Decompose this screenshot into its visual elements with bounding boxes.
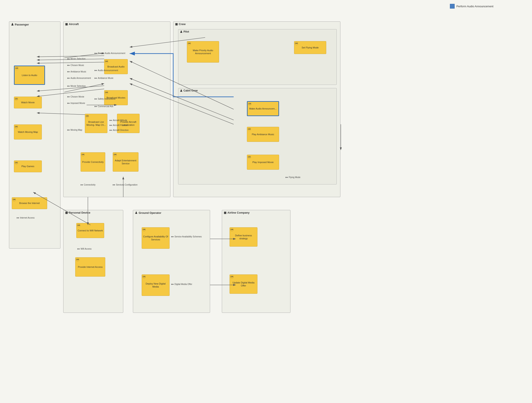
flow-ambiance-music: Ambiance Music <box>67 70 86 73</box>
ground-operator-lane: ♟ Ground Operator OR Configure Availabil… <box>133 210 210 313</box>
adapt-entertainment-box[interactable]: OR Adapt Entertainment Service <box>113 152 139 172</box>
flow-flying-mode: Flying Mode <box>285 176 300 178</box>
flow-wifi-access: Wifi Access <box>77 248 92 250</box>
connect-wifi-box[interactable]: OR Connect to Wifi Network <box>76 223 104 238</box>
flow-safety-instructions: Safety Instructions <box>95 98 115 100</box>
configure-availability-box[interactable]: OR Configure Availability Of Services <box>142 227 170 249</box>
or-badge: OR <box>247 155 251 159</box>
flow-music-selection: Music Selection <box>67 58 86 60</box>
personal-device-icon: ▦ <box>65 211 68 214</box>
or-badge: OR <box>15 125 18 129</box>
or-badge: OR <box>295 42 298 45</box>
flow-services-config: Services Configuration <box>113 184 138 186</box>
airline-company-title: ▦ Airline Company <box>222 210 290 215</box>
legend-label: Perform Audio Announcement <box>456 5 494 8</box>
crew-block-icon: ▦ <box>175 23 178 26</box>
make-audio-announcement-box[interactable]: OR Make Audio Announcem... <box>247 101 279 116</box>
flow-movie-selection: Movie Selection <box>67 85 86 87</box>
or-badge: OR <box>105 60 108 63</box>
play-imposed-movie-box[interactable]: OR Play Imposed Movie <box>247 155 279 170</box>
flow-aircraft-direction: Aircraft Direction <box>109 129 129 131</box>
or-badge: OR <box>142 275 146 278</box>
broadcast-live-map-box[interactable]: OR Broadcast Live Moving- Map Ch... <box>85 114 107 133</box>
deploy-digital-media-box[interactable]: OR Deploy New Digital Media <box>142 274 170 296</box>
personal-device-title: ▦ Personal Device <box>63 210 123 215</box>
aircraft-title: ▦ Aircraft <box>63 22 170 26</box>
or-badge: OR <box>15 67 19 70</box>
crew-title: ▦ Crew <box>173 22 340 26</box>
provide-internet-box[interactable]: OR Provide Internet Access <box>75 257 105 277</box>
cabin-crew-actor-icon: ♟ <box>180 89 183 92</box>
flow-service-avail: Service Availability Schemes <box>171 235 202 238</box>
legend-box <box>450 4 455 9</box>
pilot-sublane: ♟ Pilot OR Make Priority Audio Announcem… <box>178 29 337 85</box>
flow-commercial-ads: Commercial Ads <box>95 105 113 107</box>
flow-audio-announcement: Audio Announcement <box>67 77 91 79</box>
or-badge: OR <box>13 198 16 202</box>
or-badge: OR <box>15 97 18 101</box>
flow-digital-media-offer: Digital Media Offer <box>171 283 192 285</box>
cabin-crew-sublane: ♟ Cabin Crew OR Make Audio Announcem... … <box>178 88 337 184</box>
flow-aircraft-altitude: Aircraft Altitude <box>109 119 127 121</box>
browse-internet-box[interactable]: OR Browse the Internet <box>12 197 47 209</box>
crew-lane: ▦ Crew ♟ Pilot OR Make Priority Audio An… <box>173 21 340 197</box>
flow-imposed-movie: Imposed Movie <box>67 102 85 104</box>
flow-moving-map: Moving Map <box>67 129 82 131</box>
watch-moving-map-box[interactable]: OR Watch Moving Map <box>14 125 42 139</box>
or-badge: OR <box>230 228 234 231</box>
play-ambiance-music-box[interactable]: OR Play Ambiance Music <box>247 127 279 142</box>
or-badge: OR <box>247 127 251 131</box>
or-badge: OR <box>81 153 85 156</box>
or-badge: OR <box>76 258 79 261</box>
play-games-box[interactable]: OR Play Games <box>14 160 42 172</box>
set-flying-mode-box[interactable]: OR Set Flying Mode <box>294 41 326 54</box>
watch-movie-box[interactable]: OR Watch Movie <box>14 97 42 108</box>
flow-priority-audio-in: Priority Audio Announcement <box>95 52 125 54</box>
flow-chosen-movie: Chosen Movie <box>67 95 84 98</box>
make-priority-audio-box[interactable]: OR Make Priority Audio Announcement <box>187 41 219 63</box>
or-badge: OR <box>188 42 191 45</box>
or-badge: OR <box>15 161 18 164</box>
passenger-actor-icon: ♟ <box>11 23 14 26</box>
personal-device-lane: ▦ Personal Device OR Connect to Wifi Net… <box>63 210 123 313</box>
aircraft-block-icon: ▦ <box>65 23 68 26</box>
passenger-lane: ♟ Passenger OR Listen to Audio OR Watch … <box>9 21 60 249</box>
aircraft-lane: ▦ Aircraft OR Broadcast Audio OR Broadca… <box>63 21 171 197</box>
flow-chosen-music: Chosen Music <box>67 64 84 66</box>
or-badge: OR <box>105 91 108 94</box>
legend: Perform Audio Announcement <box>450 4 494 9</box>
or-badge: OR <box>142 228 146 231</box>
broadcast-audio-box[interactable]: OR Broadcast Audio <box>104 59 128 74</box>
or-badge: OR <box>248 102 251 106</box>
listen-to-audio-box[interactable]: OR Listen to Audio <box>14 66 45 85</box>
airline-company-lane: ▦ Airline Company OR Define business str… <box>222 210 291 313</box>
cabin-crew-title: ♟ Cabin Crew <box>178 88 336 93</box>
flow-ambiance-music-in: Ambiance Music <box>95 77 113 79</box>
or-badge: OR <box>113 153 117 156</box>
ground-operator-title: ♟ Ground Operator <box>133 210 210 215</box>
define-business-box[interactable]: OR Define business strategy <box>229 227 257 247</box>
ground-operator-icon: ♟ <box>135 211 138 214</box>
flow-internet-access: Internet Access <box>17 217 34 219</box>
or-badge: OR <box>230 275 234 278</box>
pilot-title: ♟ Pilot <box>178 29 336 34</box>
or-badge: OR <box>86 114 89 118</box>
update-digital-media-box[interactable]: OR Update Digital Media Offer <box>229 274 257 294</box>
flow-aircraft-position: Aircraft Position <box>109 124 128 126</box>
passenger-title: ♟ Passenger <box>9 22 60 27</box>
provide-connectivity-box[interactable]: OR Provide Connectivity <box>81 152 105 172</box>
pilot-actor-icon: ♟ <box>180 30 183 33</box>
or-badge: OR <box>77 224 80 227</box>
flow-audio-announcement-in: Audio Announcement <box>95 69 118 72</box>
airline-company-icon: ▦ <box>224 211 226 214</box>
flow-connectivity: Connectivity <box>81 184 95 186</box>
